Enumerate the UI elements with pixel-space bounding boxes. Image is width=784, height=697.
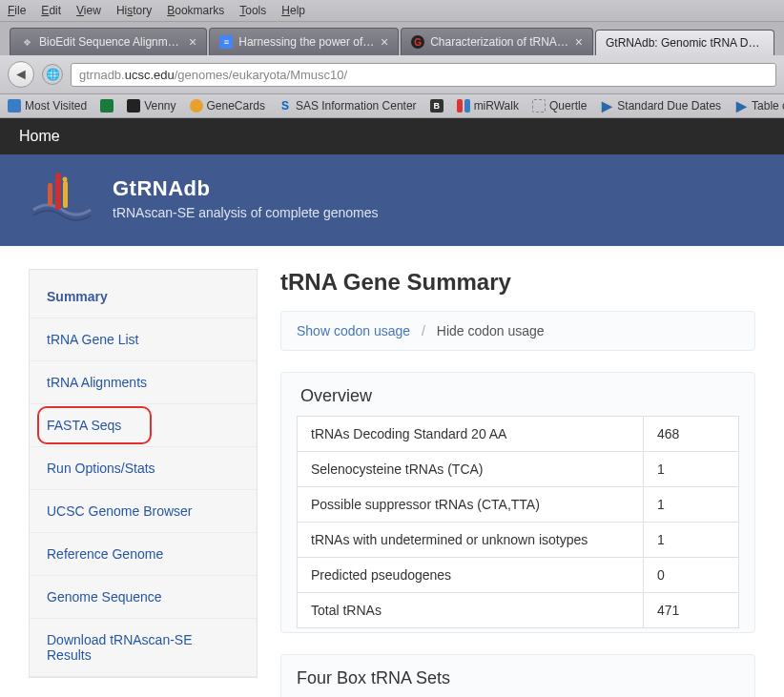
bookmark-item[interactable]: B [430,99,444,113]
url-prefix: gtrnadb. [79,68,125,82]
bookmark-label: Table of Page Limits [752,99,784,113]
codon-usage-toggle: Show codon usage / Hide codon usage [280,311,755,351]
bookmark-icon: ▶ [600,99,613,113]
svg-rect-0 [55,177,61,210]
main-panel: tRNA Gene Summary Show codon usage / Hid… [280,269,755,697]
sidebar: SummarytRNA Gene ListtRNA AlignmentsFAST… [29,269,258,678]
browser-menubar: File Edit View History Bookmarks Tools H… [0,0,784,22]
bookmark-icon [532,99,546,113]
home-label: Home [19,128,60,144]
separator: / [422,323,425,338]
svg-point-3 [55,173,61,178]
g-icon: G [411,35,424,49]
overview-heading: Overview [297,386,739,406]
bookmark-icon: S [279,99,292,113]
browser-tabbar: ❖BioEdit Sequence Alignment E...×≡Harnes… [0,22,784,55]
overview-table: tRNAs Decoding Standard 20 AA468Selenocy… [297,416,739,628]
bookmark-item[interactable]: SSAS Information Center [279,99,417,113]
show-codon-link[interactable]: Show codon usage [297,323,410,338]
sidebar-item-fasta-seqs[interactable]: FASTA Seqs [30,404,257,447]
banner-subtitle: tRNAscan-SE analysis of complete genomes [113,205,379,220]
back-arrow-icon: ◄ [13,66,29,83]
svg-rect-1 [63,181,68,208]
table-row: Total tRNAs471 [298,593,739,628]
bookmark-item[interactable]: Quertle [532,99,587,113]
menu-bookmarks[interactable]: Bookmarks [167,4,224,17]
close-icon[interactable]: × [189,34,196,50]
menu-history[interactable]: History [116,4,152,17]
browser-tab[interactable]: GtRNAdb: Genomic tRNA Databas [595,30,774,55]
gtrnadb-logo-icon [29,172,95,225]
bookmark-label: miRWalk [474,99,519,113]
bookmark-icon [8,99,21,113]
menu-edit[interactable]: Edit [41,4,61,17]
sidebar-item-reference-genome[interactable]: Reference Genome [30,533,257,576]
table-row: tRNAs Decoding Standard 20 AA468 [298,417,739,452]
tab-label: GtRNAdb: Genomic tRNA Databas [606,36,764,50]
row-value: 468 [644,417,739,452]
bookmark-item[interactable]: ▶Standard Due Dates [600,99,721,113]
sidebar-item-summary[interactable]: Summary [30,270,257,318]
menu-view[interactable]: View [76,4,101,17]
menu-help[interactable]: Help [281,4,305,17]
gdoc-icon: ≡ [219,35,233,49]
sidebar-item-run-options-stats[interactable]: Run Options/Stats [30,447,257,490]
bookmark-item[interactable]: Most Visited [8,99,87,113]
row-value: 1 [644,452,739,487]
close-icon[interactable]: × [381,34,388,50]
tab-label: Characterization of tRNA-deri... [430,35,569,49]
row-label: Selenocysteine tRNAs (TCA) [298,452,644,487]
page-content: SummarytRNA Gene ListtRNA AlignmentsFAST… [0,246,784,697]
menu-tools[interactable]: Tools [239,4,266,17]
bookmark-icon [100,99,113,113]
bookmark-item[interactable]: Venny [127,99,175,113]
bookmark-label: Venny [144,99,175,113]
back-button[interactable]: ◄ [8,61,34,88]
table-row: tRNAs with undetermined or unknown isoty… [298,523,739,558]
four-box-panel: Four Box tRNA Sets [280,654,755,697]
table-row: Selenocysteine tRNAs (TCA)1 [298,452,739,487]
sidebar-item-ucsc-genome-browser[interactable]: UCSC Genome Browser [30,490,257,533]
svg-point-4 [63,177,68,182]
row-label: tRNAs with undetermined or unknown isoty… [298,523,644,558]
bookmark-label: GeneCards [207,99,265,113]
bookmark-label: Quertle [549,99,587,113]
page-title: tRNA Gene Summary [280,269,755,296]
menu-file[interactable]: File [8,4,26,17]
url-input[interactable]: gtrnadb.ucsc.edu/genomes/eukaryota/Mmusc… [71,63,776,87]
table-row: Predicted pseudogenes0 [298,558,739,593]
bookmark-icon [190,99,203,113]
row-value: 471 [644,593,739,628]
bookmark-item[interactable]: ▶Table of Page Limits [734,99,784,113]
site-nav-home[interactable]: Home [0,118,784,154]
mirwalk-icon [457,99,463,113]
site-banner: GtRNAdb tRNAscan-SE analysis of complete… [0,154,784,246]
bookmark-label: Most Visited [25,99,87,113]
bookmark-icon [127,99,140,113]
browser-tab[interactable]: GCharacterization of tRNA-deri...× [401,28,593,55]
url-host: ucsc.edu [125,68,175,82]
row-value: 1 [644,523,739,558]
bookmark-item[interactable]: miRWalk [457,99,519,113]
bookmarks-toolbar: Most VisitedVennyGeneCardsSSAS Informati… [0,94,784,118]
browser-tab[interactable]: ❖BioEdit Sequence Alignment E...× [10,28,207,55]
apple-icon: ❖ [20,35,33,49]
sidebar-item-genome-sequence[interactable]: Genome Sequence [30,576,257,619]
browser-tab[interactable]: ≡Harnessing the power of Exc...× [209,28,399,55]
close-icon[interactable]: × [575,34,583,50]
four-box-heading: Four Box tRNA Sets [297,668,739,688]
row-label: Predicted pseudogenes [298,558,644,593]
row-label: tRNAs Decoding Standard 20 AA [298,417,644,452]
sidebar-item-trna-gene-list[interactable]: tRNA Gene List [30,318,257,361]
bookmark-item[interactable]: GeneCards [190,99,265,113]
row-label: Total tRNAs [298,593,644,628]
row-value: 1 [644,487,739,523]
row-value: 0 [644,558,739,593]
bookmark-item[interactable] [100,99,113,113]
banner-title: GtRNAdb [113,176,379,201]
tab-label: BioEdit Sequence Alignment E... [39,35,183,49]
bookmark-icon: B [430,99,444,113]
sidebar-item-download-trnascan-se-results[interactable]: Download tRNAscan-SE Results [30,619,257,677]
hide-codon-link[interactable]: Hide codon usage [437,323,545,338]
sidebar-item-trna-alignments[interactable]: tRNA Alignments [30,361,257,404]
